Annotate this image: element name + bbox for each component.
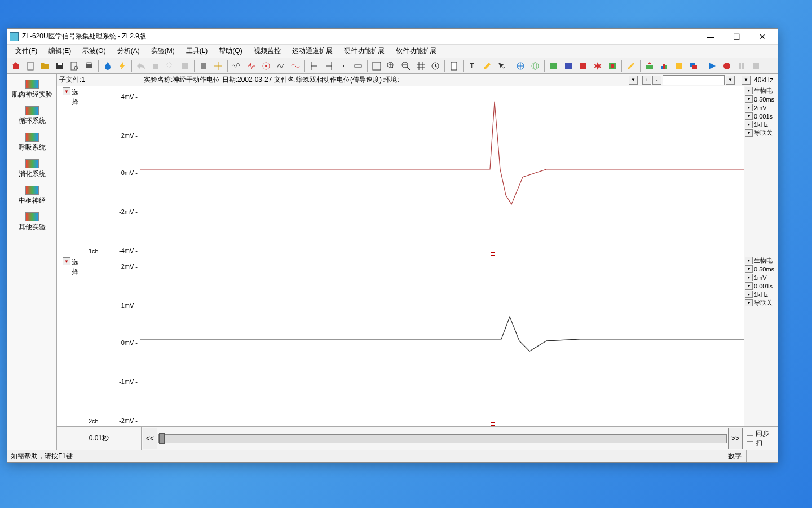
minus-button[interactable]: - xyxy=(652,76,661,85)
preview-icon[interactable] xyxy=(68,59,81,73)
page-icon[interactable] xyxy=(447,59,461,73)
text-icon[interactable]: T xyxy=(466,59,479,73)
burst-icon[interactable] xyxy=(591,59,604,73)
green2-icon[interactable] xyxy=(606,59,619,73)
open-icon[interactable] xyxy=(38,59,52,73)
param-dropdown-icon[interactable]: ▼ xyxy=(745,104,753,111)
param-dropdown-icon[interactable]: ▼ xyxy=(745,274,753,281)
red1-icon[interactable] xyxy=(576,59,590,73)
scrollbar-thumb[interactable] xyxy=(159,433,165,444)
forward-button[interactable]: >> xyxy=(728,428,743,449)
menu-edit[interactable]: 编辑(E) xyxy=(43,45,77,58)
menu-analysis[interactable]: 分析(A) xyxy=(112,45,145,58)
param-dropdown-icon[interactable]: ▼ xyxy=(745,257,753,264)
sidebar-item-other[interactable]: 其他实验 xyxy=(7,209,56,235)
layers-icon[interactable] xyxy=(687,59,700,73)
menu-file[interactable]: 文件(F) xyxy=(10,45,43,58)
sidebar-item-circulation[interactable]: 循环系统 xyxy=(7,103,56,129)
print-icon[interactable] xyxy=(82,59,96,73)
select-dropdown-icon[interactable]: ▼ xyxy=(63,87,70,95)
stop2-icon[interactable] xyxy=(749,59,763,73)
play-icon[interactable] xyxy=(705,59,719,73)
zoom-in-icon[interactable] xyxy=(385,59,398,73)
new-icon[interactable] xyxy=(24,59,37,73)
combo-dropdown-icon[interactable]: ▼ xyxy=(726,76,735,85)
delete-icon[interactable] xyxy=(149,59,162,73)
sidebar-item-digestive[interactable]: 消化系统 xyxy=(7,156,56,182)
param-dropdown-icon[interactable]: ▼ xyxy=(745,112,753,120)
menu-oscilloscope[interactable]: 示波(O) xyxy=(77,45,111,58)
cursor2-icon[interactable] xyxy=(322,59,336,73)
trigger-marker[interactable] xyxy=(491,252,495,256)
sidebar-item-respiratory[interactable]: 呼吸系统 xyxy=(7,129,56,156)
target-icon[interactable] xyxy=(259,59,273,73)
globe1-icon[interactable] xyxy=(514,59,527,73)
menu-software-ext[interactable]: 软件功能扩展 xyxy=(390,45,442,58)
param-dropdown-icon[interactable]: ▼ xyxy=(745,299,753,306)
waveform-plot[interactable] xyxy=(140,86,744,256)
wave3-icon[interactable] xyxy=(274,59,288,73)
waveform-plot[interactable] xyxy=(140,256,744,426)
sync-checkbox[interactable] xyxy=(747,435,753,442)
param-dropdown-icon[interactable]: ▼ xyxy=(745,129,753,137)
find-icon[interactable] xyxy=(164,59,177,73)
chart-icon[interactable] xyxy=(657,59,671,73)
param-dropdown-icon[interactable]: ▼ xyxy=(745,291,753,298)
time-scrollbar[interactable] xyxy=(158,434,727,443)
close-button[interactable]: ✕ xyxy=(749,29,775,44)
home-icon[interactable] xyxy=(9,59,23,73)
wave4-icon[interactable] xyxy=(289,59,302,73)
param-dropdown-icon[interactable]: ▼ xyxy=(745,87,753,94)
sample-dropdown-icon[interactable]: ▼ xyxy=(742,76,751,85)
param-dropdown-icon[interactable]: ▼ xyxy=(745,265,753,273)
tool-a-icon[interactable] xyxy=(178,59,192,73)
export-icon[interactable] xyxy=(643,59,656,73)
wave2-icon[interactable] xyxy=(245,59,258,73)
param-dropdown-icon[interactable]: ▼ xyxy=(745,282,753,290)
menu-hardware-ext[interactable]: 硬件功能扩展 xyxy=(338,45,390,58)
record-icon[interactable] xyxy=(720,59,734,73)
zoom-fit-icon[interactable] xyxy=(370,59,383,73)
green1-icon[interactable] xyxy=(547,59,561,73)
pause-icon[interactable] xyxy=(735,59,748,73)
param-dropdown-icon[interactable]: ▼ xyxy=(745,95,753,103)
pencil-icon[interactable] xyxy=(624,59,638,73)
undo-icon[interactable] xyxy=(134,59,148,73)
note-icon[interactable] xyxy=(672,59,686,73)
bolt-icon[interactable] xyxy=(116,59,129,73)
status-numlock: 数字 xyxy=(723,450,746,462)
grid-icon[interactable] xyxy=(414,59,427,73)
menu-motion-ext[interactable]: 运动通道扩展 xyxy=(286,45,338,58)
menu-help[interactable]: 帮助(Q) xyxy=(213,45,248,58)
cursor1-icon[interactable] xyxy=(307,59,321,73)
plus-button[interactable]: + xyxy=(642,76,651,85)
save-icon[interactable] xyxy=(53,59,67,73)
globe2-icon[interactable] xyxy=(528,59,542,73)
rewind-button[interactable]: << xyxy=(143,428,157,449)
drop-icon[interactable] xyxy=(101,59,114,73)
sidebar-item-muscle-nerve[interactable]: 肌肉神经实验 xyxy=(7,76,56,103)
crosshair-icon[interactable] xyxy=(211,59,225,73)
menu-experiment[interactable]: 实验(M) xyxy=(145,45,180,58)
clock-icon[interactable] xyxy=(429,59,442,73)
select-dropdown-icon[interactable]: ▼ xyxy=(63,257,70,265)
sidebar-item-cns[interactable]: 中枢神经 xyxy=(7,182,56,209)
info-combo-1[interactable] xyxy=(663,75,725,85)
pointer-help-icon[interactable]: ? xyxy=(495,59,509,73)
maximize-button[interactable]: ☐ xyxy=(723,29,749,44)
experiment-details: 实验名称:神经干动作电位 日期:2002-03-27 文件名:蟾蜍双相动作电位(… xyxy=(144,75,629,85)
zoom-out-icon[interactable] xyxy=(399,59,413,73)
menu-tools[interactable]: 工具(L) xyxy=(180,45,214,58)
edit-icon[interactable] xyxy=(480,59,494,73)
measure2-icon[interactable] xyxy=(351,59,365,73)
minimize-button[interactable]: — xyxy=(698,29,723,44)
menu-video[interactable]: 视频监控 xyxy=(248,45,286,58)
stop-icon[interactable] xyxy=(197,59,210,73)
measure1-icon[interactable] xyxy=(337,59,350,73)
info-dropdown-icon[interactable]: ▼ xyxy=(629,76,638,85)
param-dropdown-icon[interactable]: ▼ xyxy=(745,121,753,128)
blue1-icon[interactable] xyxy=(562,59,575,73)
wave1-icon[interactable] xyxy=(230,59,244,73)
sync-label: 同步扫 xyxy=(756,429,775,448)
trigger-marker[interactable] xyxy=(491,422,495,426)
